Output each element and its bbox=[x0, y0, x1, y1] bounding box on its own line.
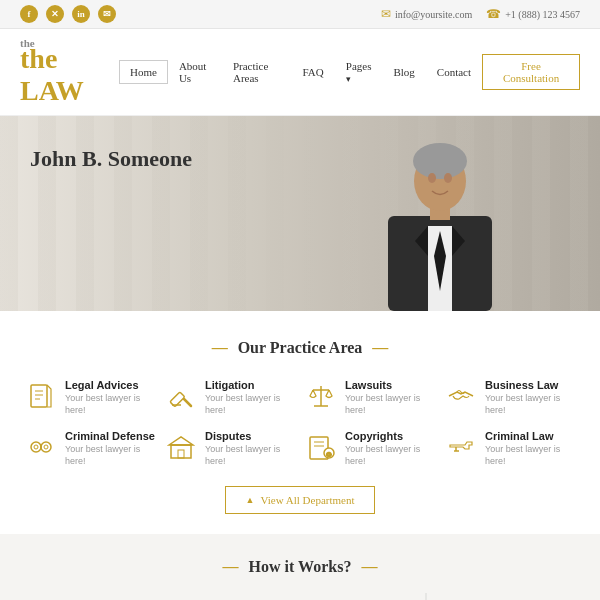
criminal-law-desc: Your best lawyer is here! bbox=[485, 444, 576, 467]
practice-heading: Our Practice Area bbox=[24, 339, 576, 357]
business-law-desc: Your best lawyer is here! bbox=[485, 393, 576, 416]
svg-point-20 bbox=[31, 442, 41, 452]
criminal-law-text: Criminal Law Your best lawyer is here! bbox=[485, 430, 576, 467]
practice-item-disputes[interactable]: Disputes Your best lawyer is here! bbox=[164, 430, 296, 467]
gavel-icon bbox=[167, 382, 195, 410]
svg-text:©: © bbox=[326, 451, 332, 459]
copyrights-text: Copyrights Your best lawyer is here! bbox=[345, 430, 436, 467]
svg-point-6 bbox=[428, 173, 436, 183]
svg-rect-25 bbox=[171, 445, 191, 458]
criminal-defense-text: Criminal Defense Your best lawyer is her… bbox=[65, 430, 156, 467]
svg-point-24 bbox=[44, 445, 48, 449]
litigation-text: Litigation Your best lawyer is here! bbox=[205, 379, 296, 416]
hero-section: John B. Someone bbox=[0, 116, 600, 311]
phone-icon: ☎ bbox=[486, 7, 501, 22]
hero-title: John B. Someone bbox=[30, 146, 192, 172]
nav-contact[interactable]: Contact bbox=[426, 60, 482, 84]
social-twitter[interactable]: ✕ bbox=[46, 5, 64, 23]
practice-title: Our Practice Area bbox=[24, 339, 576, 357]
practice-item-criminal-defense[interactable]: Criminal Defense Your best lawyer is her… bbox=[24, 430, 156, 467]
practice-item-litigation[interactable]: Litigation Your best lawyer is here! bbox=[164, 379, 296, 416]
free-consultation-button[interactable]: Free Consultation bbox=[482, 54, 580, 90]
social-facebook[interactable]: f bbox=[20, 5, 38, 23]
disputes-desc: Your best lawyer is here! bbox=[205, 444, 296, 467]
contact-info: ✉ info@yoursite.com ☎ +1 (888) 123 4567 bbox=[381, 7, 580, 22]
logo-main: the LAW bbox=[20, 43, 84, 106]
nav-pages[interactable]: Pages bbox=[335, 54, 383, 90]
social-linkedin[interactable]: in bbox=[72, 5, 90, 23]
disputes-title: Disputes bbox=[205, 430, 296, 442]
svg-rect-10 bbox=[31, 385, 47, 407]
nav-practice[interactable]: Practice Areas bbox=[222, 54, 292, 90]
email-info: ✉ info@yoursite.com bbox=[381, 7, 472, 22]
lawsuits-desc: Your best lawyer is here! bbox=[345, 393, 436, 416]
svg-point-21 bbox=[41, 442, 51, 452]
view-all-button[interactable]: View All Department bbox=[225, 486, 376, 514]
social-links: f ✕ in ✉ bbox=[20, 5, 116, 23]
logo: the the LAW bbox=[20, 37, 119, 107]
decorative-scales bbox=[336, 588, 516, 600]
svg-rect-27 bbox=[178, 450, 184, 458]
navbar: the the LAW Home About Us Practice Areas… bbox=[0, 29, 600, 116]
legal-advices-text: Legal Advices Your best lawyer is here! bbox=[65, 379, 156, 416]
how-section: How it Works? bbox=[0, 534, 600, 600]
disputes-text: Disputes Your best lawyer is here! bbox=[205, 430, 296, 467]
hero-person-image bbox=[360, 126, 520, 311]
email-icon: ✉ bbox=[381, 7, 391, 22]
copyrights-title: Copyrights bbox=[345, 430, 436, 442]
handcuffs-icon bbox=[27, 433, 55, 461]
legal-advices-desc: Your best lawyer is here! bbox=[65, 393, 156, 416]
svg-point-23 bbox=[34, 445, 38, 449]
svg-point-5 bbox=[413, 143, 467, 179]
building-icon bbox=[167, 433, 195, 461]
lawsuits-title: Lawsuits bbox=[345, 379, 436, 391]
copyrights-icon: © bbox=[304, 430, 338, 464]
lawsuits-icon bbox=[304, 379, 338, 413]
legal-advices-icon bbox=[24, 379, 58, 413]
nav-home[interactable]: Home bbox=[119, 60, 168, 84]
criminal-defense-icon bbox=[24, 430, 58, 464]
book-icon bbox=[27, 382, 55, 410]
phone-info: ☎ +1 (888) 123 4567 bbox=[486, 7, 580, 22]
lawsuits-text: Lawsuits Your best lawyer is here! bbox=[345, 379, 436, 416]
litigation-icon bbox=[164, 379, 198, 413]
nav-blog[interactable]: Blog bbox=[382, 60, 425, 84]
litigation-title: Litigation bbox=[205, 379, 296, 391]
criminal-defense-desc: Your best lawyer is here! bbox=[65, 444, 156, 467]
disputes-icon bbox=[164, 430, 198, 464]
svg-point-7 bbox=[444, 173, 452, 183]
criminal-law-icon bbox=[444, 430, 478, 464]
nav-links: Home About Us Practice Areas FAQ Pages B… bbox=[119, 54, 482, 90]
practice-section: Our Practice Area Legal Advices Your bes… bbox=[0, 311, 600, 534]
gun-icon bbox=[447, 433, 475, 461]
handshake-icon bbox=[447, 382, 475, 410]
litigation-desc: Your best lawyer is here! bbox=[205, 393, 296, 416]
business-law-icon bbox=[444, 379, 478, 413]
copyrights-desc: Your best lawyer is here! bbox=[345, 444, 436, 467]
copyright-icon: © bbox=[307, 433, 335, 461]
practice-item-copyrights[interactable]: © Copyrights Your best lawyer is here! bbox=[304, 430, 436, 467]
practice-item-business-law[interactable]: Business Law Your best lawyer is here! bbox=[444, 379, 576, 416]
nav-about[interactable]: About Us bbox=[168, 54, 222, 90]
person-svg bbox=[360, 126, 520, 311]
practice-item-lawsuits[interactable]: Lawsuits Your best lawyer is here! bbox=[304, 379, 436, 416]
legal-advices-title: Legal Advices bbox=[65, 379, 156, 391]
nav-faq[interactable]: FAQ bbox=[292, 60, 335, 84]
practice-grid: Legal Advices Your best lawyer is here! … bbox=[24, 379, 576, 468]
view-btn-wrap: View All Department bbox=[24, 486, 576, 514]
hero-text: John B. Someone bbox=[30, 146, 192, 172]
svg-marker-26 bbox=[169, 437, 193, 445]
how-title: How it Works? bbox=[24, 558, 576, 576]
criminal-defense-title: Criminal Defense bbox=[65, 430, 156, 442]
social-email[interactable]: ✉ bbox=[98, 5, 116, 23]
criminal-law-title: Criminal Law bbox=[485, 430, 576, 442]
practice-item-criminal-law[interactable]: Criminal Law Your best lawyer is here! bbox=[444, 430, 576, 467]
top-bar: f ✕ in ✉ ✉ info@yoursite.com ☎ +1 (888) … bbox=[0, 0, 600, 29]
svg-line-15 bbox=[184, 399, 191, 406]
business-law-title: Business Law bbox=[485, 379, 576, 391]
business-law-text: Business Law Your best lawyer is here! bbox=[485, 379, 576, 416]
practice-item-legal-advices[interactable]: Legal Advices Your best lawyer is here! bbox=[24, 379, 156, 416]
how-heading: How it Works? bbox=[24, 558, 576, 576]
scales-icon bbox=[307, 382, 335, 410]
